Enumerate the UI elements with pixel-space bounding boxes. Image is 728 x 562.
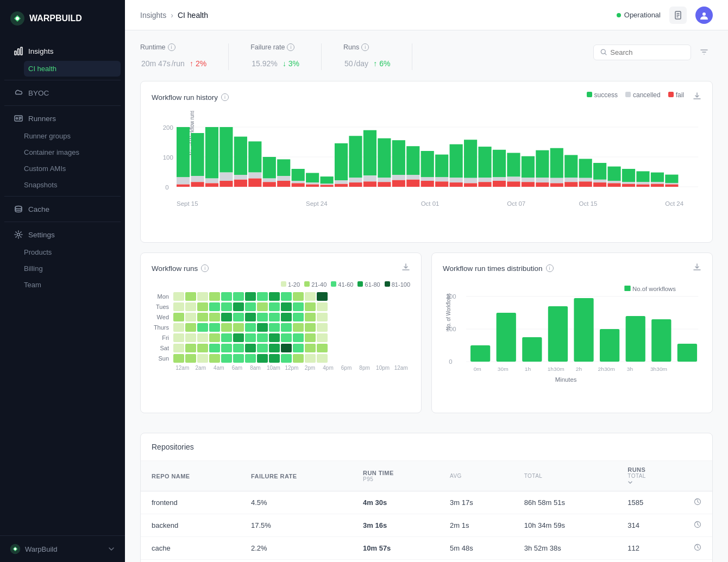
svg-rect-32 <box>219 173 233 181</box>
svg-rect-98 <box>536 178 549 182</box>
heatmap-cells-row <box>173 354 328 363</box>
heatmap-cell <box>173 313 184 321</box>
heatmap-xlabel: 6am <box>228 365 247 371</box>
svg-rect-95 <box>522 178 535 182</box>
svg-rect-83 <box>464 178 477 184</box>
heatmap-cell <box>173 344 184 352</box>
breadcrumb-insights[interactable]: Insights <box>140 11 166 20</box>
svg-rect-96 <box>522 182 535 187</box>
avatar[interactable] <box>695 7 713 24</box>
settings-submenu: Products Billing Team <box>0 244 125 293</box>
filter-button[interactable] <box>695 43 713 61</box>
heatmap-cell <box>281 313 292 321</box>
sidebar-bottom-user[interactable]: WarpBuild <box>0 535 125 562</box>
sidebar-item-custom-amis[interactable]: Custom AMIs <box>24 161 121 176</box>
heatmap-cell <box>317 354 328 363</box>
cell-repo-name: backend <box>141 514 240 537</box>
svg-rect-4 <box>21 47 22 55</box>
svg-point-7 <box>15 206 22 209</box>
sidebar-item-runners[interactable]: Runners <box>4 109 121 128</box>
sidebar-item-settings-label: Settings <box>28 231 55 239</box>
heatmap-cell <box>245 344 256 352</box>
logo[interactable]: WARPBUILD <box>0 0 125 37</box>
cell-repo-name: cache <box>141 537 240 560</box>
svg-text:No.of workflows: No.of workflows <box>632 286 676 292</box>
heatmap-day-label: Mon <box>152 293 173 300</box>
svg-rect-105 <box>564 182 578 187</box>
heatmap-cell <box>209 333 220 342</box>
document-icon <box>674 11 682 20</box>
svg-rect-41 <box>263 179 276 182</box>
svg-rect-87 <box>478 182 491 187</box>
svg-rect-113 <box>608 181 621 183</box>
sidebar-navigation: Insights CI health BYOC Runners Runner <box>0 37 125 535</box>
nav-divider-1 <box>4 80 121 80</box>
heatmap-day-label: Sat <box>152 345 173 351</box>
svg-rect-112 <box>608 167 621 181</box>
sidebar-item-byoc[interactable]: BYOC <box>4 84 121 102</box>
heatmap-cell <box>305 292 316 301</box>
document-icon-button[interactable] <box>669 7 687 24</box>
runner-icon <box>14 114 23 123</box>
svg-rect-75 <box>421 181 434 187</box>
heatmap-xlabel: 2pm <box>301 365 319 371</box>
svg-rect-23 <box>177 177 190 184</box>
heatmap-cell <box>209 354 220 363</box>
sidebar-item-insights[interactable]: Insights <box>4 42 121 60</box>
workflow-history-download[interactable] <box>693 92 701 103</box>
sidebar-item-ci-health[interactable]: CI health <box>24 61 121 77</box>
search-icon <box>600 48 607 56</box>
svg-rect-3 <box>18 49 20 55</box>
svg-rect-26 <box>191 176 204 182</box>
heatmap-row: Sun <box>152 354 410 363</box>
cell-history[interactable] <box>683 491 712 514</box>
svg-rect-89 <box>493 177 506 181</box>
sidebar-item-snapshots[interactable]: Snapshots <box>24 177 121 193</box>
svg-rect-45 <box>277 181 290 187</box>
metric-runtime-change: ↑ 2% <box>190 59 206 68</box>
heatmap-cell <box>245 292 256 301</box>
heatmap-cell <box>221 302 232 311</box>
breadcrumb-current: CI health <box>178 11 208 20</box>
cell-history[interactable] <box>683 514 712 537</box>
cell-runs: 1585 <box>617 491 683 514</box>
cell-avg: 2m 1s <box>439 514 513 537</box>
col-total-time: TOTAL <box>513 461 617 491</box>
heatmap-cells-row <box>173 344 328 352</box>
cell-total: 10h 34m 59s <box>513 514 617 537</box>
search-box[interactable] <box>593 45 691 60</box>
sidebar-item-cache[interactable]: Cache <box>4 200 121 218</box>
workflow-history-header: Workflow run history i success cancelled… <box>152 91 701 103</box>
svg-rect-50 <box>306 182 319 185</box>
metric-runs-value: 50/day ↑ 6% <box>343 53 390 70</box>
heatmap-xaxis: 12am2am4am6am8am10am12pm2pm4pm6pm8pm10pm… <box>152 365 410 371</box>
sidebar-item-billing[interactable]: Billing <box>24 261 121 276</box>
sidebar-item-team[interactable]: Team <box>24 277 121 293</box>
heatmap-day-label: Wed <box>152 314 173 320</box>
svg-point-13 <box>702 12 706 16</box>
svg-rect-94 <box>522 156 535 178</box>
heatmap-cell <box>269 302 280 311</box>
workflow-runs-download[interactable] <box>401 263 410 274</box>
run-times-dist-header: Workflow run times distribution i <box>443 263 701 274</box>
cell-history[interactable] <box>683 537 712 560</box>
heatmap-cell <box>197 302 208 311</box>
search-input[interactable] <box>610 48 684 56</box>
heatmap-cell <box>269 292 280 301</box>
heatmap-row: Thurs <box>152 323 410 332</box>
heatmap-cell <box>257 333 268 342</box>
heatmap-day-label: Sun <box>152 355 173 362</box>
nav-divider-3 <box>4 196 121 197</box>
sidebar-item-settings[interactable]: Settings <box>4 225 121 244</box>
cell-history[interactable] <box>683 560 712 562</box>
svg-text:3h: 3h <box>627 367 633 372</box>
run-times-info-icon: i <box>546 264 554 272</box>
sidebar-item-container-images[interactable]: Container images <box>24 144 121 160</box>
heatmap-cell <box>305 333 316 342</box>
cell-p95: 3m 16s <box>352 514 439 537</box>
sidebar-item-products[interactable]: Products <box>24 244 121 260</box>
run-times-download[interactable] <box>693 263 701 274</box>
workflow-history-title: Workflow run history i <box>152 93 229 102</box>
sidebar-item-runner-groups[interactable]: Runner groups <box>24 128 121 144</box>
heatmap-cell <box>173 302 184 311</box>
